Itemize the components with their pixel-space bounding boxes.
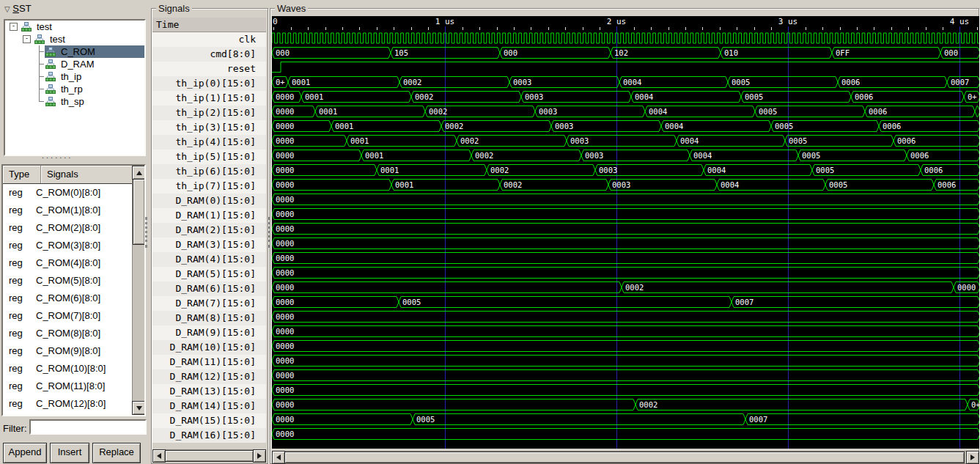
table-row[interactable]: regC_ROM(12)[8:0] <box>3 395 132 413</box>
wave-row-d_ram(14)[interactable]: 000000020+ <box>272 397 979 412</box>
scrollbar-thumb[interactable] <box>133 179 145 245</box>
scroll-right-button[interactable] <box>966 451 979 464</box>
signal-list-item[interactable]: D_RAM(12)[15:0] <box>152 369 266 384</box>
table-row[interactable]: regC_ROM(2)[8:0] <box>3 219 132 237</box>
timeline[interactable]: 01 us2 us3 us4 us <box>272 16 979 31</box>
signal-list-item[interactable]: th_ip(4)[15:0] <box>152 135 266 150</box>
insert-button[interactable]: Insert <box>50 443 89 463</box>
column-header-signals[interactable]: Signals <box>41 166 132 183</box>
wave-row-d_ram(2)[interactable]: 0000 <box>272 221 979 236</box>
wave-row-d_ram(12)[interactable]: 0000 <box>272 368 979 383</box>
signal-list-item[interactable]: th_ip(7)[15:0] <box>152 179 266 194</box>
table-row[interactable]: regC_ROM(4)[8:0] <box>3 254 132 272</box>
tree-item-test[interactable]: -test <box>5 21 144 33</box>
table-row[interactable]: regC_ROM(7)[8:0] <box>3 307 132 325</box>
table-row[interactable]: regC_ROM(11)[8:0] <box>3 378 132 395</box>
table-body[interactable]: regC_ROM(0)[8:0]regC_ROM(1)[8:0]regC_ROM… <box>3 184 132 415</box>
wave-row-d_ram(9)[interactable]: 0000 <box>272 324 979 339</box>
wave-row-th_ip(6)[interactable]: 0000000100020003000400050006 <box>272 163 979 177</box>
scroll-left-button[interactable] <box>272 451 285 464</box>
wave-row-th_ip(1)[interactable]: 00000001000200030004000500060+ <box>272 89 979 104</box>
tree-item-th_ip[interactable]: th_ip <box>5 70 144 83</box>
signals-horizontal-scrollbar[interactable] <box>152 449 266 461</box>
append-button[interactable]: Append <box>3 443 47 463</box>
wave-row-reset[interactable] <box>272 60 979 75</box>
filter-input[interactable] <box>29 419 147 435</box>
tree-item-test[interactable]: -test <box>5 33 144 45</box>
wave-row-th_ip(0)[interactable]: 0+0001000200030004000500060007 <box>272 75 979 89</box>
tree-item-th_sp[interactable]: th_sp <box>5 95 144 108</box>
table-row[interactable]: regC_ROM(6)[8:0] <box>3 290 132 307</box>
wave-row-d_ram(0)[interactable]: 0000 <box>272 192 979 207</box>
signal-list-item[interactable]: D_RAM(10)[15:0] <box>152 340 266 355</box>
signal-list-item[interactable]: D_RAM(14)[15:0] <box>152 399 266 413</box>
wave-row-d_ram(7)[interactable]: 000000050007 <box>272 295 979 309</box>
wave-row-d_ram(3)[interactable]: 0000 <box>272 236 979 251</box>
signal-list-item[interactable]: reset <box>152 62 266 76</box>
replace-button[interactable]: Replace <box>92 443 141 463</box>
wave-canvas[interactable]: 01 us2 us3 us4 us 0001050001020100FF0000… <box>272 16 979 449</box>
signal-list-item[interactable]: D_RAM(3)[15:0] <box>152 237 266 252</box>
signal-list-item[interactable]: th_ip(2)[15:0] <box>152 106 266 120</box>
signal-list-item[interactable]: D_RAM(4)[15:0] <box>152 252 266 267</box>
table-row[interactable]: regC_ROM(0)[8:0] <box>3 184 132 202</box>
table-row[interactable]: regC_ROM(5)[8:0] <box>3 272 132 290</box>
wave-rows[interactable]: 0001050001020100FF0000+00010002000300040… <box>272 31 979 441</box>
tree-item-c_rom[interactable]: C_ROM <box>5 45 144 58</box>
scroll-right-button[interactable] <box>253 449 266 463</box>
signal-list-item[interactable]: D_RAM(7)[15:0] <box>152 296 266 311</box>
signal-list-item[interactable]: D_RAM(8)[15:0] <box>152 311 266 325</box>
tree-expander-icon[interactable]: - <box>10 23 18 31</box>
wave-row-th_ip(2)[interactable]: 0000000100020003000400050006 <box>272 104 979 119</box>
tree-item-th_rp[interactable]: th_rp <box>5 83 144 95</box>
wave-row-d_ram(6)[interactable]: 000000020000 <box>272 280 979 295</box>
signal-list-item[interactable]: D_RAM(2)[15:0] <box>152 223 266 237</box>
wave-row-d_ram(5)[interactable]: 0000 <box>272 265 979 280</box>
tree-expander-icon[interactable]: - <box>23 35 31 43</box>
signal-list-item[interactable]: D_RAM(11)[15:0] <box>152 355 266 369</box>
table-row[interactable]: regC_ROM(1)[8:0] <box>3 202 132 219</box>
signal-list-item[interactable]: D_RAM(5)[15:0] <box>152 267 266 281</box>
wave-row-th_ip(3)[interactable]: 0000000100020003000400050006 <box>272 119 979 133</box>
sst-header[interactable]: ▽ SST <box>4 3 32 14</box>
signal-list-item[interactable]: th_ip(6)[15:0] <box>152 164 266 179</box>
signal-name-list[interactable]: clkcmd[8:0]resetth_ip(0)[15:0]th_ip(1)[1… <box>152 32 266 443</box>
collapse-triangle-icon[interactable]: ▽ <box>4 5 10 13</box>
signal-list-item[interactable]: D_RAM(9)[15:0] <box>152 325 266 340</box>
wave-row-d_ram(10)[interactable]: 0000 <box>272 339 979 353</box>
signal-list-item[interactable]: th_ip(5)[15:0] <box>152 150 266 164</box>
wave-row-d_ram(4)[interactable]: 0000 <box>272 251 979 265</box>
waves-horizontal-scrollbar[interactable] <box>272 451 979 463</box>
wave-row-th_ip(4)[interactable]: 0000000100020003000400050006 <box>272 133 979 148</box>
signal-list-item[interactable]: D_RAM(16)[15:0] <box>152 428 266 443</box>
table-row[interactable]: regC_ROM(9)[8:0] <box>3 342 132 360</box>
signal-list-item[interactable]: D_RAM(0)[15:0] <box>152 194 266 208</box>
column-header-type[interactable]: Type <box>3 166 41 183</box>
signal-list-item[interactable]: D_RAM(13)[15:0] <box>152 384 266 399</box>
wave-row-d_ram(1)[interactable]: 0000 <box>272 207 979 221</box>
wave-row-th_ip(7)[interactable]: 0000000100020003000400050006 <box>272 177 979 192</box>
time-header[interactable]: Time <box>152 18 266 32</box>
scrollbar-thumb[interactable] <box>165 450 254 462</box>
signal-list-item[interactable]: clk <box>152 32 266 47</box>
wave-row-clk[interactable] <box>272 31 979 45</box>
wave-row-d_ram(16)[interactable]: 0000 <box>272 427 979 441</box>
signal-list-item[interactable]: cmd[8:0] <box>152 47 266 62</box>
wave-row-th_ip(5)[interactable]: 0000000100020003000400050006 <box>272 148 979 163</box>
signal-list-item[interactable]: D_RAM(1)[15:0] <box>152 208 266 223</box>
table-vertical-scrollbar[interactable] <box>132 166 144 415</box>
pane-divider-dots[interactable]: ....... <box>42 151 73 160</box>
tree-item-d_ram[interactable]: D_RAM <box>5 58 144 70</box>
wave-row-d_ram(11)[interactable]: 0000 <box>272 353 979 368</box>
wave-row-d_ram(15)[interactable]: 000000050007 <box>272 412 979 427</box>
table-row[interactable]: regC_ROM(3)[8:0] <box>3 237 132 254</box>
wave-row-cmd[interactable]: 0001050001020100FF000 <box>272 45 979 60</box>
scrollbar-thumb[interactable] <box>284 452 965 463</box>
signal-list-item[interactable]: th_ip(1)[15:0] <box>152 91 266 106</box>
signal-list-item[interactable]: D_RAM(6)[15:0] <box>152 281 266 296</box>
table-row[interactable]: regC_ROM(10)[8:0] <box>3 360 132 378</box>
wave-row-d_ram(13)[interactable]: 0000 <box>272 383 979 397</box>
scroll-up-button[interactable] <box>132 166 146 180</box>
scroll-down-button[interactable] <box>132 401 146 415</box>
signal-list-item[interactable]: th_ip(3)[15:0] <box>152 120 266 135</box>
